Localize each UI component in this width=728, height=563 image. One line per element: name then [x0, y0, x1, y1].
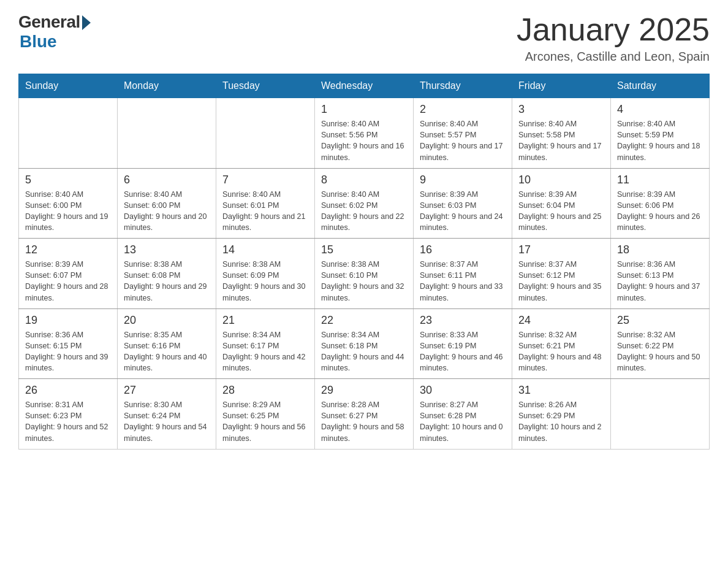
- day-info: Sunrise: 8:40 AM Sunset: 5:58 PM Dayligh…: [518, 118, 604, 163]
- day-info: Sunrise: 8:34 AM Sunset: 6:18 PM Dayligh…: [321, 329, 407, 374]
- calendar-cell: 20Sunrise: 8:35 AM Sunset: 6:16 PM Dayli…: [118, 308, 216, 379]
- day-number: 28: [222, 384, 308, 397]
- day-info: Sunrise: 8:36 AM Sunset: 6:15 PM Dayligh…: [25, 329, 111, 374]
- day-number: 29: [321, 384, 407, 397]
- day-number: 5: [25, 174, 111, 186]
- calendar-cell: 18Sunrise: 8:36 AM Sunset: 6:13 PM Dayli…: [611, 239, 710, 309]
- day-info: Sunrise: 8:39 AM Sunset: 6:06 PM Dayligh…: [617, 189, 703, 234]
- calendar-cell: 3Sunrise: 8:40 AM Sunset: 5:58 PM Daylig…: [512, 98, 611, 169]
- day-info: Sunrise: 8:27 AM Sunset: 6:28 PM Dayligh…: [420, 399, 506, 444]
- day-info: Sunrise: 8:39 AM Sunset: 6:07 PM Dayligh…: [25, 259, 111, 304]
- calendar-cell: 23Sunrise: 8:33 AM Sunset: 6:19 PM Dayli…: [414, 308, 512, 379]
- day-number: 17: [518, 243, 604, 256]
- day-info: Sunrise: 8:40 AM Sunset: 5:57 PM Dayligh…: [420, 118, 506, 163]
- day-number: 24: [518, 314, 604, 327]
- day-number: 19: [25, 314, 111, 327]
- calendar-cell: 15Sunrise: 8:38 AM Sunset: 6:10 PM Dayli…: [315, 239, 414, 309]
- day-info: Sunrise: 8:26 AM Sunset: 6:29 PM Dayligh…: [518, 399, 604, 444]
- calendar-cell: 26Sunrise: 8:31 AM Sunset: 6:23 PM Dayli…: [19, 379, 118, 450]
- day-number: 15: [321, 243, 407, 256]
- calendar-cell: 9Sunrise: 8:39 AM Sunset: 6:03 PM Daylig…: [414, 168, 512, 239]
- day-info: Sunrise: 8:40 AM Sunset: 6:00 PM Dayligh…: [124, 189, 210, 234]
- day-number: 7: [222, 174, 308, 186]
- day-number: 18: [617, 243, 703, 256]
- logo-arrow-icon: [82, 15, 91, 30]
- day-number: 14: [222, 243, 308, 256]
- day-info: Sunrise: 8:40 AM Sunset: 6:01 PM Dayligh…: [222, 189, 308, 234]
- day-number: 6: [124, 174, 210, 186]
- week-row-4: 19Sunrise: 8:36 AM Sunset: 6:15 PM Dayli…: [19, 308, 710, 379]
- day-number: 13: [124, 243, 210, 256]
- header-day-friday: Friday: [512, 74, 611, 98]
- calendar-cell: 7Sunrise: 8:40 AM Sunset: 6:01 PM Daylig…: [216, 168, 315, 239]
- day-info: Sunrise: 8:40 AM Sunset: 6:02 PM Dayligh…: [321, 189, 407, 234]
- logo-general-text: General: [18, 12, 80, 32]
- calendar-cell: 21Sunrise: 8:34 AM Sunset: 6:17 PM Dayli…: [216, 308, 315, 379]
- calendar-cell: 11Sunrise: 8:39 AM Sunset: 6:06 PM Dayli…: [611, 168, 710, 239]
- day-number: 31: [518, 384, 604, 397]
- location-title: Arcones, Castille and Leon, Spain: [517, 50, 710, 64]
- day-number: 4: [617, 103, 703, 116]
- day-number: 2: [420, 103, 506, 116]
- day-info: Sunrise: 8:32 AM Sunset: 6:22 PM Dayligh…: [617, 329, 703, 374]
- header-day-monday: Monday: [118, 74, 216, 98]
- header-day-thursday: Thursday: [414, 74, 512, 98]
- day-info: Sunrise: 8:32 AM Sunset: 6:21 PM Dayligh…: [518, 329, 604, 374]
- calendar-cell: 5Sunrise: 8:40 AM Sunset: 6:00 PM Daylig…: [19, 168, 118, 239]
- day-info: Sunrise: 8:40 AM Sunset: 5:59 PM Dayligh…: [617, 118, 703, 163]
- header-day-saturday: Saturday: [611, 74, 710, 98]
- day-number: 8: [321, 174, 407, 186]
- day-info: Sunrise: 8:40 AM Sunset: 6:00 PM Dayligh…: [25, 189, 111, 234]
- day-info: Sunrise: 8:38 AM Sunset: 6:10 PM Dayligh…: [321, 259, 407, 304]
- calendar-cell: [118, 98, 216, 169]
- day-info: Sunrise: 8:28 AM Sunset: 6:27 PM Dayligh…: [321, 399, 407, 444]
- title-area: January 2025 Arcones, Castille and Leon,…: [517, 12, 710, 64]
- header-day-wednesday: Wednesday: [315, 74, 414, 98]
- day-number: 11: [617, 174, 703, 186]
- week-row-2: 5Sunrise: 8:40 AM Sunset: 6:00 PM Daylig…: [19, 168, 710, 239]
- calendar-table: SundayMondayTuesdayWednesdayThursdayFrid…: [18, 74, 710, 450]
- day-number: 21: [222, 314, 308, 327]
- week-row-5: 26Sunrise: 8:31 AM Sunset: 6:23 PM Dayli…: [19, 379, 710, 450]
- day-number: 3: [518, 103, 604, 116]
- day-number: 22: [321, 314, 407, 327]
- logo: General Blue: [18, 12, 91, 52]
- calendar-cell: 6Sunrise: 8:40 AM Sunset: 6:00 PM Daylig…: [118, 168, 216, 239]
- calendar-cell: 29Sunrise: 8:28 AM Sunset: 6:27 PM Dayli…: [315, 379, 414, 450]
- calendar-cell: 22Sunrise: 8:34 AM Sunset: 6:18 PM Dayli…: [315, 308, 414, 379]
- calendar-cell: 24Sunrise: 8:32 AM Sunset: 6:21 PM Dayli…: [512, 308, 611, 379]
- header: General Blue January 2025 Arcones, Casti…: [18, 12, 710, 64]
- calendar-cell: 31Sunrise: 8:26 AM Sunset: 6:29 PM Dayli…: [512, 379, 611, 450]
- calendar-cell: 1Sunrise: 8:40 AM Sunset: 5:56 PM Daylig…: [315, 98, 414, 169]
- day-info: Sunrise: 8:35 AM Sunset: 6:16 PM Dayligh…: [124, 329, 210, 374]
- calendar-cell: 12Sunrise: 8:39 AM Sunset: 6:07 PM Dayli…: [19, 239, 118, 309]
- day-number: 26: [25, 384, 111, 397]
- day-info: Sunrise: 8:34 AM Sunset: 6:17 PM Dayligh…: [222, 329, 308, 374]
- header-day-sunday: Sunday: [19, 74, 118, 98]
- day-info: Sunrise: 8:38 AM Sunset: 6:09 PM Dayligh…: [222, 259, 308, 304]
- calendar-cell: 16Sunrise: 8:37 AM Sunset: 6:11 PM Dayli…: [414, 239, 512, 309]
- calendar-cell: 14Sunrise: 8:38 AM Sunset: 6:09 PM Dayli…: [216, 239, 315, 309]
- calendar-cell: 17Sunrise: 8:37 AM Sunset: 6:12 PM Dayli…: [512, 239, 611, 309]
- header-row: SundayMondayTuesdayWednesdayThursdayFrid…: [19, 74, 710, 98]
- calendar-cell: [216, 98, 315, 169]
- day-number: 16: [420, 243, 506, 256]
- calendar-cell: 25Sunrise: 8:32 AM Sunset: 6:22 PM Dayli…: [611, 308, 710, 379]
- day-number: 20: [124, 314, 210, 327]
- calendar-cell: 13Sunrise: 8:38 AM Sunset: 6:08 PM Dayli…: [118, 239, 216, 309]
- day-number: 9: [420, 174, 506, 186]
- calendar-cell: 10Sunrise: 8:39 AM Sunset: 6:04 PM Dayli…: [512, 168, 611, 239]
- month-title: January 2025: [517, 12, 710, 47]
- calendar-cell: 4Sunrise: 8:40 AM Sunset: 5:59 PM Daylig…: [611, 98, 710, 169]
- day-number: 27: [124, 384, 210, 397]
- day-number: 30: [420, 384, 506, 397]
- header-day-tuesday: Tuesday: [216, 74, 315, 98]
- calendar-cell: 2Sunrise: 8:40 AM Sunset: 5:57 PM Daylig…: [414, 98, 512, 169]
- calendar-cell: 19Sunrise: 8:36 AM Sunset: 6:15 PM Dayli…: [19, 308, 118, 379]
- calendar-cell: 27Sunrise: 8:30 AM Sunset: 6:24 PM Dayli…: [118, 379, 216, 450]
- day-info: Sunrise: 8:39 AM Sunset: 6:03 PM Dayligh…: [420, 189, 506, 234]
- day-info: Sunrise: 8:40 AM Sunset: 5:56 PM Dayligh…: [321, 118, 407, 163]
- calendar-cell: [19, 98, 118, 169]
- calendar-cell: 8Sunrise: 8:40 AM Sunset: 6:02 PM Daylig…: [315, 168, 414, 239]
- day-info: Sunrise: 8:37 AM Sunset: 6:12 PM Dayligh…: [518, 259, 604, 304]
